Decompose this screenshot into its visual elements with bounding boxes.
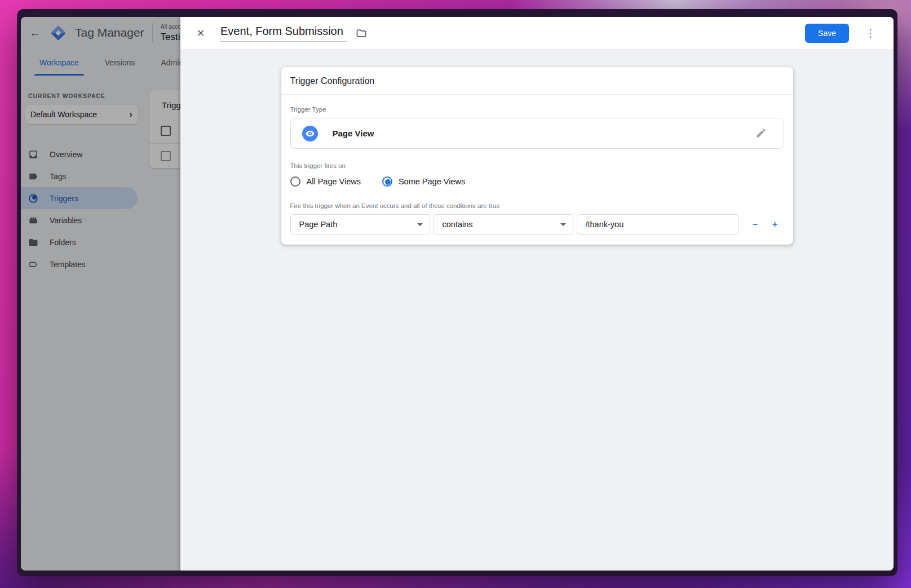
radio-label: All Page Views bbox=[307, 177, 361, 186]
card-title: Trigger Configuration bbox=[281, 67, 793, 95]
remove-condition-button[interactable]: − bbox=[753, 219, 758, 229]
condition-operator-select[interactable]: contains bbox=[434, 214, 573, 235]
tag-manager-app: ← Tag Manager All accou Testi Workspace … bbox=[21, 17, 894, 571]
conditions-label: Fire this trigger when an Event occurs a… bbox=[290, 202, 784, 209]
condition-value-input[interactable] bbox=[586, 220, 732, 229]
radio-label: Some Page Views bbox=[399, 177, 465, 186]
chevron-down-icon bbox=[417, 223, 423, 226]
fires-on-label: This trigger fires on bbox=[290, 162, 784, 169]
condition-variable-select[interactable]: Page Path bbox=[290, 214, 430, 235]
page-view-icon bbox=[302, 126, 318, 142]
trigger-type-label: Trigger Type bbox=[290, 106, 784, 113]
close-icon[interactable]: ✕ bbox=[194, 26, 207, 40]
folder-icon[interactable] bbox=[355, 26, 368, 40]
trigger-configuration-card: Trigger Configuration Trigger Type Page … bbox=[281, 67, 793, 245]
radio-some-page-views[interactable]: Some Page Views bbox=[382, 176, 465, 187]
trigger-name-field[interactable]: Event, Form Submission bbox=[220, 25, 347, 42]
fires-on-options: All Page Views Some Page Views bbox=[290, 176, 784, 187]
add-condition-button[interactable]: + bbox=[772, 219, 777, 229]
trigger-type-name: Page View bbox=[333, 129, 374, 138]
radio-icon-selected bbox=[382, 176, 392, 187]
radio-all-page-views[interactable]: All Page Views bbox=[290, 176, 361, 187]
chevron-down-icon bbox=[560, 223, 566, 226]
condition-row: Page Path contains − bbox=[290, 214, 784, 235]
kebab-menu-icon[interactable]: ⋮ bbox=[864, 27, 877, 39]
card-body: Trigger Type Page View This trigg bbox=[281, 95, 793, 245]
editor-body: Trigger Configuration Trigger Type Page … bbox=[180, 49, 894, 245]
trigger-type-box: Page View bbox=[290, 118, 784, 149]
desktop-background: ← Tag Manager All accou Testi Workspace … bbox=[0, 0, 911, 588]
radio-icon bbox=[290, 176, 300, 187]
condition-variable-value: Page Path bbox=[299, 220, 338, 229]
save-button[interactable]: Save bbox=[805, 24, 849, 43]
edit-pencil-icon[interactable] bbox=[755, 127, 768, 140]
trigger-editor-panel: ✕ Event, Form Submission Save ⋮ Trigger … bbox=[180, 17, 894, 571]
editor-header: ✕ Event, Form Submission Save ⋮ bbox=[180, 17, 894, 49]
condition-operator-value: contains bbox=[443, 220, 473, 229]
browser-window: ← Tag Manager All accou Testi Workspace … bbox=[17, 9, 897, 576]
condition-value-field bbox=[577, 214, 739, 235]
